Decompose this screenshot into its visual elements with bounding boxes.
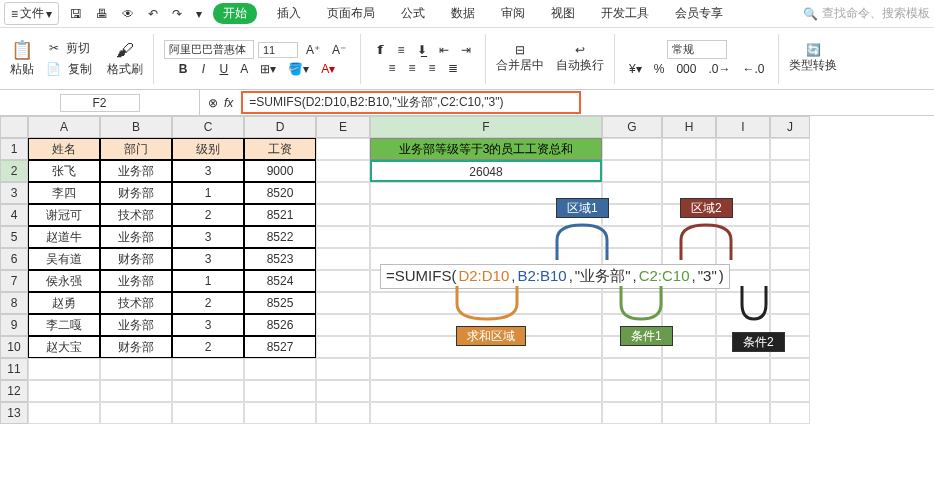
cell[interactable] bbox=[370, 358, 602, 380]
cell[interactable] bbox=[716, 380, 770, 402]
cell[interactable]: 赵大宝 bbox=[28, 336, 100, 358]
cell[interactable] bbox=[662, 402, 716, 424]
row-header[interactable]: 6 bbox=[0, 248, 28, 270]
cell[interactable]: 3 bbox=[172, 314, 244, 336]
cell[interactable] bbox=[316, 358, 370, 380]
strike-button[interactable]: A bbox=[236, 61, 252, 77]
preview-icon[interactable]: 👁 bbox=[119, 6, 137, 22]
underline-button[interactable]: U bbox=[216, 61, 233, 77]
col-header[interactable]: E bbox=[316, 116, 370, 138]
numfmt-combo[interactable]: 常规 bbox=[667, 40, 727, 59]
cell[interactable] bbox=[316, 226, 370, 248]
tab-home[interactable]: 开始 bbox=[213, 3, 257, 24]
cell[interactable] bbox=[602, 380, 662, 402]
font-name-combo[interactable]: 阿里巴巴普惠体 bbox=[164, 40, 254, 59]
cell[interactable]: 工资 bbox=[244, 138, 316, 160]
cell[interactable] bbox=[770, 402, 810, 424]
cell[interactable]: 8520 bbox=[244, 182, 316, 204]
indent-left-icon[interactable]: ⇤ bbox=[435, 42, 453, 58]
align-bot-icon[interactable]: ⬇̲ bbox=[413, 42, 431, 58]
border-button[interactable]: ⊞▾ bbox=[256, 61, 280, 77]
col-header[interactable]: A bbox=[28, 116, 100, 138]
col-header[interactable]: I bbox=[716, 116, 770, 138]
align-just-icon[interactable]: ≣ bbox=[444, 60, 462, 76]
cell[interactable]: 赵勇 bbox=[28, 292, 100, 314]
cell[interactable] bbox=[770, 380, 810, 402]
name-box[interactable]: F2 bbox=[60, 94, 140, 112]
cell[interactable]: 2 bbox=[172, 292, 244, 314]
select-all-corner[interactable] bbox=[0, 116, 28, 138]
cell[interactable] bbox=[770, 248, 810, 270]
tab-review[interactable]: 审阅 bbox=[495, 3, 531, 24]
cell[interactable]: 1 bbox=[172, 270, 244, 292]
fill-color-button[interactable]: 🪣▾ bbox=[284, 61, 313, 77]
cell[interactable]: 技术部 bbox=[100, 204, 172, 226]
align-top-icon[interactable]: ⬆̄ bbox=[371, 42, 389, 58]
align-mid-icon[interactable]: ≡ bbox=[393, 42, 409, 58]
fx-icon[interactable]: fx bbox=[224, 96, 233, 110]
cell[interactable] bbox=[316, 314, 370, 336]
cell[interactable] bbox=[244, 380, 316, 402]
cell[interactable]: 业务部 bbox=[100, 270, 172, 292]
cell[interactable] bbox=[770, 292, 810, 314]
cell[interactable]: 3 bbox=[172, 160, 244, 182]
tab-layout[interactable]: 页面布局 bbox=[321, 3, 381, 24]
cell[interactable] bbox=[316, 182, 370, 204]
cell[interactable] bbox=[770, 204, 810, 226]
cell[interactable] bbox=[172, 402, 244, 424]
cell[interactable] bbox=[770, 358, 810, 380]
col-header[interactable]: H bbox=[662, 116, 716, 138]
tab-view[interactable]: 视图 bbox=[545, 3, 581, 24]
row-header[interactable]: 2 bbox=[0, 160, 28, 182]
cell[interactable] bbox=[172, 358, 244, 380]
col-header[interactable]: B bbox=[100, 116, 172, 138]
row-header[interactable]: 8 bbox=[0, 292, 28, 314]
dec-inc-icon[interactable]: .0→ bbox=[704, 61, 734, 77]
cell[interactable] bbox=[662, 292, 716, 314]
row-header[interactable]: 5 bbox=[0, 226, 28, 248]
cut-button[interactable]: 剪切 bbox=[63, 39, 93, 58]
cell[interactable] bbox=[716, 402, 770, 424]
cell[interactable] bbox=[370, 380, 602, 402]
cell[interactable] bbox=[716, 160, 770, 182]
cell[interactable] bbox=[172, 380, 244, 402]
row-header[interactable]: 7 bbox=[0, 270, 28, 292]
cell[interactable] bbox=[244, 402, 316, 424]
cell[interactable]: 1 bbox=[172, 182, 244, 204]
cell[interactable] bbox=[316, 204, 370, 226]
dec-font-icon[interactable]: A⁻ bbox=[328, 42, 350, 58]
tab-formula[interactable]: 公式 bbox=[395, 3, 431, 24]
cell[interactable]: 财务部 bbox=[100, 336, 172, 358]
cell[interactable] bbox=[316, 380, 370, 402]
col-header[interactable]: D bbox=[244, 116, 316, 138]
cell[interactable]: 8522 bbox=[244, 226, 316, 248]
row-header[interactable]: 3 bbox=[0, 182, 28, 204]
cell[interactable] bbox=[662, 358, 716, 380]
cell[interactable] bbox=[602, 182, 662, 204]
cell[interactable]: 侯永强 bbox=[28, 270, 100, 292]
typeconv-button[interactable]: 🔄 类型转换 bbox=[785, 41, 841, 76]
cell[interactable] bbox=[370, 402, 602, 424]
cell[interactable]: 财务部 bbox=[100, 182, 172, 204]
cell[interactable] bbox=[602, 358, 662, 380]
cell[interactable] bbox=[316, 160, 370, 182]
comma-icon[interactable]: 000 bbox=[672, 61, 700, 77]
row-header[interactable]: 10 bbox=[0, 336, 28, 358]
cell[interactable]: 9000 bbox=[244, 160, 316, 182]
cell[interactable]: 技术部 bbox=[100, 292, 172, 314]
cell[interactable]: 张飞 bbox=[28, 160, 100, 182]
paste-button[interactable]: 📋 粘贴 bbox=[6, 37, 38, 80]
font-size-combo[interactable]: 11 bbox=[258, 42, 298, 58]
cell[interactable] bbox=[716, 358, 770, 380]
cell[interactable] bbox=[316, 248, 370, 270]
cell[interactable]: 2 bbox=[172, 336, 244, 358]
save-icon[interactable]: 🖫 bbox=[67, 6, 85, 22]
row-header[interactable]: 11 bbox=[0, 358, 28, 380]
cell[interactable] bbox=[100, 380, 172, 402]
dec-dec-icon[interactable]: ←.0 bbox=[738, 61, 768, 77]
cell[interactable] bbox=[100, 358, 172, 380]
indent-right-icon[interactable]: ⇥ bbox=[457, 42, 475, 58]
wrap-button[interactable]: ↩ 自动换行 bbox=[552, 41, 608, 76]
col-header[interactable]: F bbox=[370, 116, 602, 138]
redo-icon[interactable]: ↷ bbox=[169, 6, 185, 22]
